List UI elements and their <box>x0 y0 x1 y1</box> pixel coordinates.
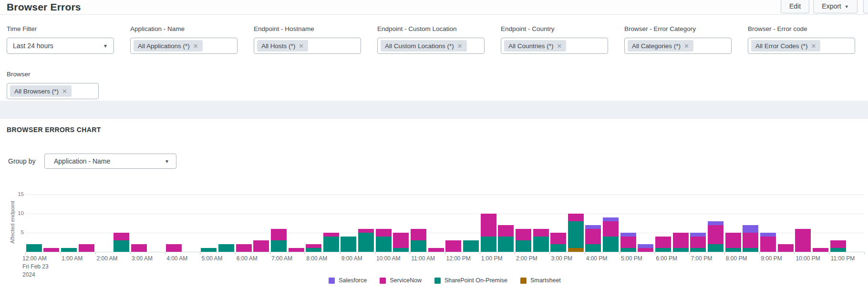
cut-off-button[interactable] <box>863 0 868 13</box>
bar-segment-sharepoint-on-premise[interactable] <box>725 248 741 252</box>
bar-segment-servicenow[interactable] <box>585 229 601 244</box>
bar-segment-servicenow[interactable] <box>411 229 426 240</box>
bar-segment-sharepoint-on-premise[interactable] <box>673 248 689 252</box>
bar-segment-salesforce[interactable] <box>585 225 601 229</box>
bar-segment-sharepoint-on-premise[interactable] <box>376 237 392 252</box>
bar-segment-sharepoint-on-premise[interactable] <box>306 248 321 252</box>
bar-segment-sharepoint-on-premise[interactable] <box>743 248 758 252</box>
bar-segment-sharepoint-on-premise[interactable] <box>358 233 374 252</box>
filter-input-browser-error-code[interactable]: All Error Codes (*)✕ <box>748 38 855 54</box>
chip-remove-icon[interactable]: ✕ <box>457 42 463 50</box>
bar-segment-salesforce[interactable] <box>708 221 723 225</box>
bar-segment-servicenow[interactable] <box>620 237 636 248</box>
bar-segment-sharepoint-on-premise[interactable] <box>550 244 566 252</box>
bar-segment-servicenow[interactable] <box>289 248 304 252</box>
legend-item-salesforce[interactable]: Salesforce <box>329 277 367 284</box>
bar-segment-sharepoint-on-premise[interactable] <box>393 248 409 252</box>
legend-item-smartsheet[interactable]: Smartsheet <box>520 277 561 284</box>
bar-segment-servicenow[interactable] <box>43 248 59 252</box>
bar-segment-servicenow[interactable] <box>481 214 496 237</box>
bar-segment-sharepoint-on-premise[interactable] <box>690 248 706 252</box>
bar-segment-salesforce[interactable] <box>638 244 653 248</box>
bar-segment-sharepoint-on-premise[interactable] <box>533 237 549 252</box>
chip-remove-icon[interactable]: ✕ <box>299 42 304 50</box>
bar-segment-servicenow[interactable] <box>358 229 374 233</box>
bar-segment-smartsheet[interactable] <box>568 248 584 252</box>
bar-segment-salesforce[interactable] <box>760 233 776 237</box>
bar-segment-servicenow[interactable] <box>376 229 392 237</box>
bar-segment-servicenow[interactable] <box>673 233 689 248</box>
bar-segment-servicenow[interactable] <box>516 229 531 240</box>
bar-segment-servicenow[interactable] <box>778 244 794 252</box>
bar-segment-sharepoint-on-premise[interactable] <box>218 244 234 252</box>
bar-segment-servicenow[interactable] <box>743 233 758 248</box>
bar-segment-servicenow[interactable] <box>655 237 671 248</box>
bar-segment-servicenow[interactable] <box>760 237 776 252</box>
bar-segment-servicenow[interactable] <box>428 248 444 252</box>
bar-segment-sharepoint-on-premise[interactable] <box>585 244 601 252</box>
bar-segment-sharepoint-on-premise[interactable] <box>26 244 42 252</box>
bar-segment-servicenow[interactable] <box>271 229 287 240</box>
bar-segment-sharepoint-on-premise[interactable] <box>655 248 671 252</box>
bar-segment-servicenow[interactable] <box>323 233 339 237</box>
bar-segment-servicenow[interactable] <box>533 229 549 237</box>
bar-segment-sharepoint-on-premise[interactable] <box>568 221 584 248</box>
bar-segment-servicenow[interactable] <box>638 248 653 252</box>
chip-remove-icon[interactable]: ✕ <box>62 88 67 95</box>
bar-segment-sharepoint-on-premise[interactable] <box>830 248 846 252</box>
bar-segment-sharepoint-on-premise[interactable] <box>620 248 636 252</box>
chip-remove-icon[interactable]: ✕ <box>557 42 562 50</box>
chip-remove-icon[interactable]: ✕ <box>684 42 689 50</box>
bar-segment-sharepoint-on-premise[interactable] <box>341 237 356 252</box>
bar-segment-sharepoint-on-premise[interactable] <box>411 240 426 252</box>
bar-segment-salesforce[interactable] <box>603 217 619 221</box>
bar-segment-sharepoint-on-premise[interactable] <box>323 237 339 252</box>
edit-button[interactable]: Edit <box>781 0 809 13</box>
bar-segment-sharepoint-on-premise[interactable] <box>498 237 514 252</box>
bar-segment-servicenow[interactable] <box>603 221 619 237</box>
filter-input-browser[interactable]: All Browsers (*)✕ <box>7 83 99 99</box>
filter-input-endpoint-country[interactable]: All Countries (*)✕ <box>501 38 608 54</box>
bar-segment-sharepoint-on-premise[interactable] <box>114 240 129 252</box>
bar-segment-servicenow[interactable] <box>690 237 706 248</box>
bar-segment-servicenow[interactable] <box>445 240 461 252</box>
bar-segment-sharepoint-on-premise[interactable] <box>481 237 496 252</box>
bar-segment-servicenow[interactable] <box>253 240 269 252</box>
bar-segment-servicenow[interactable] <box>725 233 741 248</box>
time-filter-select[interactable]: Last 24 hours▼ <box>7 38 114 54</box>
bar-segment-salesforce[interactable] <box>690 233 706 237</box>
bar-segment-servicenow[interactable] <box>79 244 94 252</box>
bar-segment-servicenow[interactable] <box>166 244 182 252</box>
bar-segment-servicenow[interactable] <box>550 233 566 244</box>
bar-segment-sharepoint-on-premise[interactable] <box>516 240 531 252</box>
bar-segment-sharepoint-on-premise[interactable] <box>271 240 287 252</box>
chip-remove-icon[interactable]: ✕ <box>193 42 198 50</box>
filter-input-application-name[interactable]: All Applications (*)✕ <box>130 38 238 54</box>
bar-segment-servicenow[interactable] <box>393 233 409 248</box>
legend-item-servicenow[interactable]: ServiceNow <box>380 277 422 284</box>
group-by-select[interactable]: Application - Name ▼ <box>44 154 176 169</box>
bar-segment-sharepoint-on-premise[interactable] <box>201 248 217 252</box>
bar-segment-sharepoint-on-premise[interactable] <box>463 240 479 252</box>
bar-segment-servicenow[interactable] <box>830 240 846 248</box>
filter-input-browser-error-category[interactable]: All Categories (*)✕ <box>624 38 732 54</box>
bar-segment-servicenow[interactable] <box>568 214 584 221</box>
bar-segment-servicenow[interactable] <box>114 233 129 240</box>
bar-segment-servicenow[interactable] <box>498 225 514 237</box>
bar-segment-salesforce[interactable] <box>620 233 636 237</box>
bar-segment-servicenow[interactable] <box>131 244 147 252</box>
bar-segment-salesforce[interactable] <box>743 225 758 233</box>
bar-segment-sharepoint-on-premise[interactable] <box>61 248 77 252</box>
bar-segment-sharepoint-on-premise[interactable] <box>708 244 723 252</box>
bar-segment-servicenow[interactable] <box>708 225 723 244</box>
bar-segment-servicenow[interactable] <box>236 244 252 252</box>
export-button[interactable]: Export ▼ <box>813 0 858 13</box>
legend-item-sharepoint-on-premise[interactable]: SharePoint On-Premise <box>434 277 507 284</box>
bar-segment-servicenow[interactable] <box>795 229 811 252</box>
bar-segment-servicenow[interactable] <box>306 244 321 248</box>
bar-segment-sharepoint-on-premise[interactable] <box>603 237 619 252</box>
filter-input-endpoint-hostname[interactable]: All Hosts (*)✕ <box>254 38 361 54</box>
bar-segment-servicenow[interactable] <box>813 248 828 252</box>
filter-input-endpoint-custom-location[interactable]: All Custom Locations (*)✕ <box>377 38 485 54</box>
chip-remove-icon[interactable]: ✕ <box>811 42 816 50</box>
